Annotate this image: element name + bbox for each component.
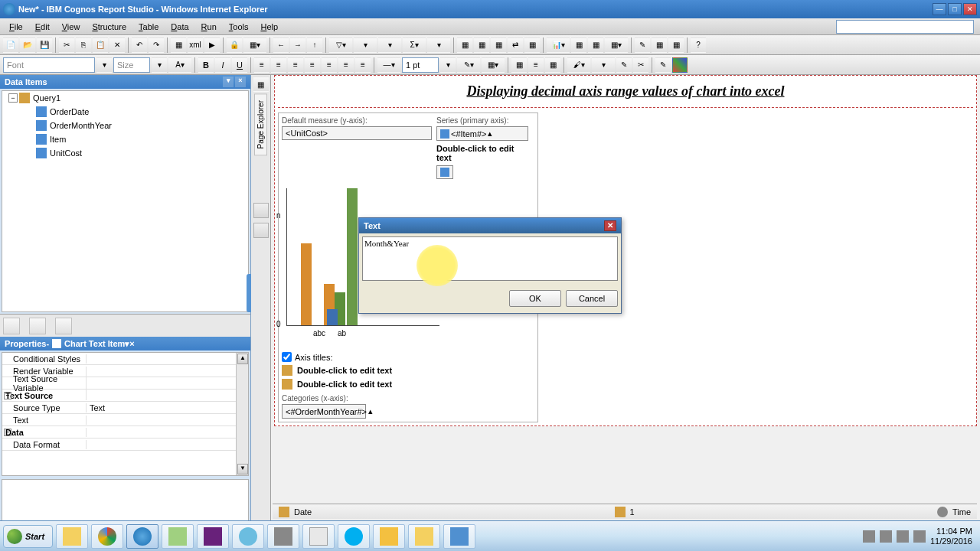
- new-button[interactable]: 📄: [3, 37, 18, 53]
- lock-button[interactable]: 🔒: [227, 37, 242, 53]
- pickup-style-button[interactable]: ✂: [633, 57, 648, 73]
- save-button[interactable]: 💾: [37, 37, 52, 53]
- report-title[interactable]: Displaying decimal axis range values of …: [278, 79, 973, 107]
- line-weight-combo[interactable]: 1 pt: [402, 57, 439, 73]
- page-dropdown[interactable]: ▦▾: [243, 37, 266, 53]
- calc-dropdown[interactable]: ▾: [427, 37, 450, 53]
- task-document[interactable]: [302, 524, 335, 549]
- border-style-dropdown[interactable]: —▾: [377, 57, 400, 73]
- paste-button[interactable]: 📋: [93, 37, 108, 53]
- size-dropdown-icon[interactable]: ▾: [152, 57, 167, 73]
- underline-button[interactable]: U: [232, 57, 247, 73]
- axis-title-hint[interactable]: Double-click to edit text: [297, 366, 392, 375]
- run-button[interactable]: ▶: [204, 37, 220, 53]
- align-center-button[interactable]: ≡: [271, 57, 286, 73]
- source-tab-icon[interactable]: [3, 318, 20, 334]
- align-top-button[interactable]: ≡: [305, 57, 320, 73]
- pane-dropdown-icon[interactable]: ▾: [223, 77, 234, 87]
- copy-button[interactable]: ⎘: [76, 37, 91, 53]
- menu-view[interactable]: View: [56, 21, 87, 33]
- headers-button[interactable]: ▦: [524, 37, 540, 53]
- tray-icon[interactable]: [863, 530, 875, 543]
- task-chrome[interactable]: [91, 524, 123, 549]
- suppress-dropdown[interactable]: ▾: [354, 37, 377, 53]
- expander-icon[interactable]: −: [4, 429, 11, 436]
- tray-network-icon[interactable]: [897, 530, 909, 543]
- prop-value[interactable]: Text: [87, 403, 105, 412]
- explorer-icon[interactable]: ▦: [253, 77, 269, 92]
- swap-button[interactable]: ⇄: [508, 37, 523, 53]
- prop-row[interactable]: Text Source Variable: [2, 377, 248, 390]
- dialog-close-button[interactable]: ✕: [604, 220, 616, 231]
- menu-table[interactable]: Table: [132, 21, 165, 33]
- italic-button[interactable]: I: [215, 57, 230, 73]
- help-button[interactable]: ?: [691, 37, 706, 53]
- task-vs[interactable]: [197, 524, 229, 549]
- insert-list-button[interactable]: ▦: [571, 37, 586, 53]
- undo-button[interactable]: ↶: [132, 37, 147, 53]
- task-folder[interactable]: [408, 524, 440, 549]
- xml-button[interactable]: xml: [188, 37, 203, 53]
- maximize-button[interactable]: □: [948, 3, 962, 15]
- summarize-dropdown[interactable]: Σ▾: [403, 37, 426, 53]
- page-explorer-tab[interactable]: Page Explorer: [254, 93, 267, 155]
- tree-item[interactable]: Item: [2, 132, 248, 146]
- axis-title-row[interactable]: Double-click to edit text: [282, 379, 534, 390]
- properties-grid[interactable]: Conditional Styles Render Variable Text …: [2, 352, 249, 476]
- align-right-button[interactable]: ≡: [288, 57, 303, 73]
- axis-title-row[interactable]: Double-click to edit text: [282, 365, 534, 376]
- menu-edit[interactable]: Edit: [29, 21, 56, 33]
- series-edit-hint[interactable]: Double-click to edit text: [436, 144, 528, 162]
- pivot-button[interactable]: ▦: [491, 37, 506, 53]
- legend-icon-box[interactable]: [436, 165, 453, 179]
- drill-button[interactable]: ▦: [668, 37, 684, 53]
- task-ie[interactable]: [126, 524, 158, 549]
- border-color-dropdown[interactable]: ✎▾: [457, 57, 480, 73]
- scroll-down-icon[interactable]: ▼: [237, 464, 248, 474]
- prop-row[interactable]: Conditional Styles: [2, 353, 248, 365]
- dialog-text-input[interactable]: [362, 236, 618, 281]
- tray-icon[interactable]: [880, 530, 892, 543]
- data-items-tree[interactable]: − Query1 OrderDate OrderMonthYear Item U…: [2, 90, 249, 312]
- menu-run[interactable]: Run: [195, 21, 223, 33]
- menu-data[interactable]: Data: [165, 21, 194, 33]
- collapse-handle[interactable]: [247, 274, 251, 312]
- expander-icon[interactable]: −: [4, 392, 11, 399]
- prop-group[interactable]: −Text Source: [2, 390, 248, 402]
- font-dropdown-icon[interactable]: ▾: [96, 57, 112, 73]
- style-dropdown[interactable]: ▾: [592, 57, 615, 73]
- section-button[interactable]: ▦: [457, 37, 472, 53]
- sort-dropdown[interactable]: ▾: [378, 37, 401, 53]
- cancel-button[interactable]: Cancel: [566, 290, 618, 307]
- validate-button[interactable]: ▦: [171, 37, 186, 53]
- cut-button[interactable]: ✂: [59, 37, 74, 53]
- padding-button[interactable]: ▦: [511, 57, 527, 73]
- ok-button[interactable]: OK: [509, 290, 561, 307]
- pane-close-icon[interactable]: ×: [235, 77, 246, 87]
- menu-search-input[interactable]: [836, 20, 974, 34]
- apply-style-button[interactable]: ✎: [616, 57, 632, 73]
- dataitems-tab-icon[interactable]: [29, 318, 46, 334]
- series-dropzone[interactable]: <#Item#>▴: [436, 126, 528, 141]
- system-tray[interactable]: 11:04 PM 11/29/2016: [863, 527, 977, 546]
- axis-titles-checkbox[interactable]: [282, 352, 292, 362]
- properties-close-icon[interactable]: ×: [129, 339, 134, 348]
- filter-dropdown[interactable]: ▽▾: [329, 37, 352, 53]
- measure-dropzone[interactable]: <UnitCost>: [282, 126, 432, 140]
- align-middle-button[interactable]: ≡: [322, 57, 337, 73]
- menu-file[interactable]: File: [3, 21, 29, 33]
- align-left-button[interactable]: ≡: [254, 57, 270, 73]
- task-explorer[interactable]: [56, 524, 88, 549]
- palette-button[interactable]: [672, 57, 688, 73]
- dialog-titlebar[interactable]: Text ✕: [359, 218, 621, 233]
- task-rdp[interactable]: [443, 524, 475, 549]
- tree-item[interactable]: UnitCost: [2, 146, 248, 160]
- open-button[interactable]: 📂: [20, 37, 35, 53]
- build-prompt-button[interactable]: ✎: [635, 37, 650, 53]
- start-button[interactable]: Start: [3, 525, 53, 548]
- scroll-up-icon[interactable]: ▲: [237, 354, 248, 364]
- bold-button[interactable]: B: [198, 57, 214, 73]
- task-app[interactable]: [267, 524, 299, 549]
- tree-item[interactable]: OrderMonthYear: [2, 119, 248, 132]
- expander-icon[interactable]: −: [8, 93, 18, 103]
